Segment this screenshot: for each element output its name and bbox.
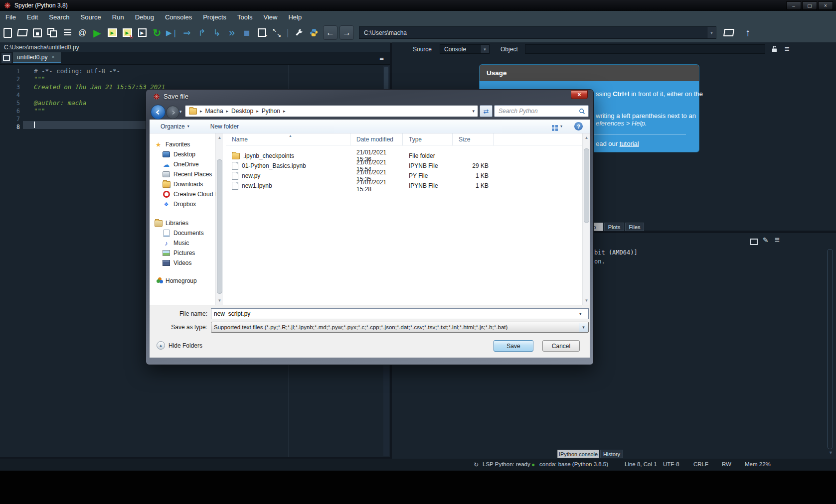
object-input[interactable] <box>525 44 765 54</box>
browse-tabs-button[interactable] <box>1 53 11 63</box>
close-icon[interactable]: × <box>818 1 833 10</box>
sidebar-item-recent-places[interactable]: Recent Places <box>150 169 215 179</box>
file-name-chevron-icon[interactable]: ▾ <box>579 311 582 316</box>
minimize-icon[interactable]: – <box>786 1 801 10</box>
parent-directory-icon[interactable]: ↑ <box>740 25 755 40</box>
sidebar-scrollbar[interactable]: ▲ ▼ <box>215 133 223 305</box>
column-type[interactable]: Type <box>403 133 453 145</box>
hide-folders-button[interactable]: ▲ Hide Folders <box>157 341 202 350</box>
sidebar-item-downloads[interactable]: ↓Downloads <box>150 179 215 189</box>
search-icon[interactable] <box>579 108 585 115</box>
menu-consoles[interactable]: Consoles <box>160 13 197 21</box>
maximize-icon[interactable]: ▢ <box>802 1 817 10</box>
new-window-icon[interactable]: ▸ <box>254 25 269 40</box>
views-button[interactable]: ▾ <box>552 124 562 128</box>
pencil-icon[interactable]: ✎ <box>763 236 769 244</box>
refresh-icon[interactable]: ⇄ <box>480 105 493 117</box>
scroll-down-icon[interactable]: ▼ <box>583 298 590 303</box>
new-file-icon[interactable] <box>0 25 15 40</box>
dialog-forward-icon[interactable] <box>166 106 179 119</box>
navigate-forward-icon[interactable]: → <box>339 25 354 40</box>
file-row-ipynb-checkpoints[interactable]: .ipynb_checkpoints 21/01/2021 15:36File … <box>226 149 586 159</box>
tab-plots[interactable]: Plots <box>604 223 624 231</box>
menu-search[interactable]: Search <box>43 13 75 21</box>
debug-file-icon[interactable]: ▶❘ <box>165 25 179 40</box>
scroll-down-icon[interactable]: ▼ <box>829 450 833 455</box>
tutorial-link[interactable]: tutorial <box>620 140 639 147</box>
breadcrumb-desktop[interactable]: Desktop <box>231 108 253 115</box>
breadcrumb-macha[interactable]: Macha <box>205 108 223 115</box>
run-icon[interactable]: ▶ <box>90 25 105 40</box>
column-name[interactable]: Name▲ <box>226 133 350 145</box>
help-button[interactable]: ? <box>574 122 583 130</box>
scroll-up-icon[interactable]: ▲ <box>583 135 590 140</box>
file-list-scrollbar-thumb[interactable] <box>584 148 589 223</box>
run-cell-advance-icon[interactable]: ▶↻ <box>120 25 135 40</box>
sidebar-item-videos[interactable]: Videos <box>150 258 215 268</box>
address-dropdown-chevron-icon[interactable]: ▾ <box>472 109 475 114</box>
sidebar-item-desktop[interactable]: Desktop <box>150 149 215 159</box>
menu-help[interactable]: Help <box>283 13 307 21</box>
dialog-close-icon[interactable]: × <box>571 90 588 99</box>
menu-run[interactable]: Run <box>107 13 130 21</box>
save-all-icon[interactable] <box>45 25 60 40</box>
editor-tab-untitled0[interactable]: untitled0.py × <box>13 52 61 63</box>
navigate-back-icon[interactable]: ← <box>323 25 337 40</box>
step-return-icon[interactable]: ↳ <box>209 25 224 40</box>
menu-projects[interactable]: Projects <box>197 13 232 21</box>
menu-file[interactable]: File <box>0 13 21 21</box>
file-row-new-py[interactable]: new.py 21/01/2021 15:35PY File1 KB <box>226 169 586 179</box>
sidebar-item-pictures[interactable]: Pictures <box>150 248 215 258</box>
menu-view[interactable]: View <box>258 13 283 21</box>
debug-continue-icon[interactable]: » <box>224 25 239 40</box>
column-date-modified[interactable]: Date modified <box>350 133 403 145</box>
cancel-button[interactable]: Cancel <box>542 340 580 352</box>
maximize-pane-icon[interactable]: ↖↘ <box>269 25 284 40</box>
sidebar-scrollbar-thumb[interactable] <box>217 159 222 294</box>
step-over-icon[interactable]: ⇒ <box>179 25 194 40</box>
scroll-down-icon[interactable]: ▼ <box>216 298 223 303</box>
dialog-back-icon[interactable] <box>151 105 166 120</box>
stop-icon[interactable]: ■ <box>239 25 254 40</box>
chevron-down-icon[interactable]: ▾ <box>707 27 716 38</box>
sidebar-item-onedrive[interactable]: ☁OneDrive <box>150 159 215 169</box>
rerun-last-icon[interactable]: ↻ <box>150 25 165 40</box>
organize-button[interactable]: Organize ▾ <box>161 123 189 130</box>
sidebar-group-favorites[interactable]: ★Favorites <box>150 139 215 149</box>
console-window-icon[interactable] <box>750 239 758 245</box>
browse-directory-icon[interactable] <box>721 25 736 40</box>
menu-edit[interactable]: Edit <box>21 13 43 21</box>
file-switcher-icon[interactable] <box>60 25 75 40</box>
pane-options-hamburger-icon[interactable]: ≡ <box>785 44 790 54</box>
nav-history-chevron-icon[interactable]: ▾ <box>179 109 182 114</box>
sidebar-item-creative-cloud[interactable]: Creative Cloud Fi <box>150 189 215 199</box>
sidebar-group-libraries[interactable]: Libraries <box>150 218 215 228</box>
save-icon[interactable] <box>30 25 45 40</box>
working-directory-field[interactable]: C:\Users\macha ▾ <box>359 26 716 39</box>
sidebar-item-music[interactable]: ♪Music <box>150 238 215 248</box>
sidebar-group-homegroup[interactable]: Homegroup <box>150 276 215 286</box>
lock-icon[interactable] <box>771 45 778 53</box>
python-path-icon[interactable] <box>306 25 321 40</box>
chevron-down-icon[interactable]: ▾ <box>480 45 489 53</box>
column-size[interactable]: Size <box>453 133 494 145</box>
file-row-python-basics[interactable]: 01-Python_Basics.ipynb 21/01/2021 15:54I… <box>226 159 586 169</box>
save-as-type-select[interactable]: Supported text files (*.py;*.R;*.jl;*.ip… <box>211 322 589 333</box>
menu-debug[interactable]: Debug <box>130 13 160 21</box>
search-box[interactable]: Search Python <box>494 105 589 117</box>
file-row-new1-ipynb[interactable]: new1.ipynb 21/01/2021 15:28IPYNB File1 K… <box>226 179 586 189</box>
find-symbols-icon[interactable]: @ <box>75 25 90 40</box>
tab-history[interactable]: History <box>600 450 623 458</box>
open-file-icon[interactable] <box>15 25 30 40</box>
tab-close-icon[interactable]: × <box>51 54 54 60</box>
sidebar-item-documents[interactable]: Documents <box>150 228 215 238</box>
console-options-hamburger-icon[interactable]: ≡ <box>775 235 780 245</box>
menu-source[interactable]: Source <box>75 13 107 21</box>
preferences-wrench-icon[interactable] <box>291 25 306 40</box>
new-folder-button[interactable]: New folder <box>210 123 239 130</box>
menu-tools[interactable]: Tools <box>232 13 258 21</box>
file-list-scrollbar[interactable]: ▲ ▼ <box>582 133 590 305</box>
run-selection-icon[interactable]: ▶ <box>135 25 150 40</box>
tab-ipython-console[interactable]: IPython console <box>557 450 599 458</box>
source-select[interactable]: Console ▾ <box>440 44 490 54</box>
